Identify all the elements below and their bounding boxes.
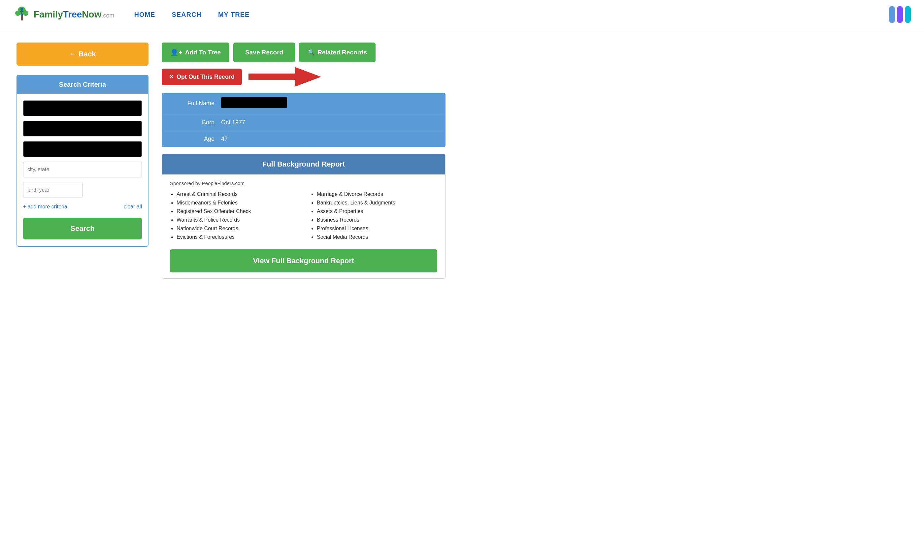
nav-search[interactable]: SEARCH xyxy=(172,11,201,18)
bg-list-left: Arrest & Criminal Records Misdemeanors &… xyxy=(170,191,297,243)
info-row-age: Age 47 xyxy=(162,131,446,147)
full-name-value xyxy=(221,97,287,109)
x-icon: ✕ xyxy=(169,73,174,81)
age-label: Age xyxy=(168,136,214,142)
left-panel: ← Back Search Criteria + add more criter… xyxy=(16,43,148,279)
list-item: Assets & Properties xyxy=(317,208,437,214)
sponsored-text: Sponsored by PeopleFinders.com xyxy=(170,180,437,186)
age-value: 47 xyxy=(221,136,228,142)
opt-out-button[interactable]: ✕ Opt Out This Record xyxy=(162,69,242,85)
search-field-1-redacted[interactable] xyxy=(23,100,142,116)
arrow-svg xyxy=(249,67,321,87)
main-content: ← Back Search Criteria + add more criter… xyxy=(0,29,462,292)
back-button[interactable]: ← Back xyxy=(16,43,148,66)
birth-year-input[interactable] xyxy=(23,182,82,198)
list-item: Misdemeanors & Felonies xyxy=(177,200,297,206)
pill-icon-2 xyxy=(897,6,903,23)
city-state-input[interactable] xyxy=(23,162,142,177)
list-item: Registered Sex Offender Check xyxy=(177,208,297,214)
person-add-icon: 👤+ xyxy=(170,48,183,56)
header-icons xyxy=(889,6,911,23)
search-criteria-title: Search Criteria xyxy=(17,75,148,94)
name-redacted-block xyxy=(221,97,287,108)
logo-text: FamilyTreeNow.com xyxy=(34,9,114,20)
save-record-button[interactable]: Save Record xyxy=(233,43,295,62)
related-records-button[interactable]: 🔍 Related Records xyxy=(299,43,375,62)
nav-my-tree[interactable]: MY TREE xyxy=(218,11,250,18)
list-item: Professional Licenses xyxy=(317,226,437,232)
svg-point-3 xyxy=(23,10,28,16)
svg-marker-9 xyxy=(249,67,321,87)
search-field-3-redacted[interactable] xyxy=(23,141,142,157)
list-item: Arrest & Criminal Records xyxy=(177,191,297,197)
svg-point-4 xyxy=(21,8,23,10)
full-name-label: Full Name xyxy=(168,100,214,107)
bg-report-body: Sponsored by PeopleFinders.com Arrest & … xyxy=(162,174,445,279)
info-row-born: Born Oct 1977 xyxy=(162,114,446,131)
nav: HOME SEARCH MY TREE xyxy=(134,11,889,18)
list-item: Bankruptcies, Liens & Judgments xyxy=(317,200,437,206)
list-item: Business Records xyxy=(317,217,437,223)
add-to-tree-button[interactable]: 👤+ Add To Tree xyxy=(162,43,230,62)
list-item: Evictions & Foreclosures xyxy=(177,234,297,240)
search-button[interactable]: Search xyxy=(23,218,142,240)
search-field-2-redacted[interactable] xyxy=(23,121,142,136)
list-item: Social Media Records xyxy=(317,234,437,240)
list-item: Marriage & Divorce Records xyxy=(317,191,437,197)
nav-home[interactable]: HOME xyxy=(134,11,155,18)
background-report-box: Full Background Report Sponsored by Peop… xyxy=(162,154,446,279)
person-info-table: Full Name Born Oct 1977 Age 47 xyxy=(162,93,446,147)
clear-all-link[interactable]: clear all xyxy=(124,204,142,210)
header: FamilyTreeNow.com HOME SEARCH MY TREE xyxy=(0,0,924,29)
right-panel: 👤+ Add To Tree Save Record 🔍 Related Rec… xyxy=(162,43,446,279)
search-icon: 🔍 xyxy=(308,49,315,56)
bg-list-right: Marriage & Divorce Records Bankruptcies,… xyxy=(310,191,437,243)
criteria-actions-row: + add more criteria clear all xyxy=(23,204,142,210)
pill-icon-1 xyxy=(889,6,895,23)
logo-icon xyxy=(13,6,30,23)
info-row-name: Full Name xyxy=(162,93,446,114)
svg-rect-1 xyxy=(21,15,23,21)
svg-point-2 xyxy=(15,10,21,16)
action-buttons-row: 👤+ Add To Tree Save Record 🔍 Related Rec… xyxy=(162,43,446,62)
bg-report-title: Full Background Report xyxy=(162,154,445,174)
list-item: Nationwide Court Records xyxy=(177,226,297,232)
red-arrow xyxy=(249,67,321,87)
view-full-background-report-button[interactable]: View Full Background Report xyxy=(170,249,437,273)
search-criteria-body: + add more criteria clear all Search xyxy=(17,94,148,246)
pill-icon-3 xyxy=(905,6,911,23)
bg-report-lists: Arrest & Criminal Records Misdemeanors &… xyxy=(170,191,437,243)
opt-out-row: ✕ Opt Out This Record xyxy=(162,67,446,87)
born-value: Oct 1977 xyxy=(221,119,245,126)
search-criteria-box: Search Criteria + add more criteria clea… xyxy=(16,75,148,247)
add-more-criteria-link[interactable]: + add more criteria xyxy=(23,204,68,210)
logo-area: FamilyTreeNow.com xyxy=(13,6,114,23)
list-item: Warrants & Police Records xyxy=(177,217,297,223)
born-label: Born xyxy=(168,119,214,126)
